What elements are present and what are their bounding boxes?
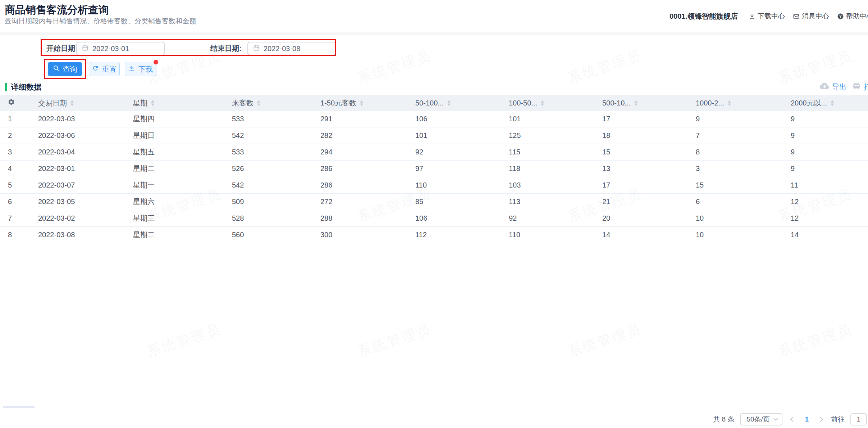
end-date-input[interactable] xyxy=(247,42,336,55)
print-button[interactable]: 打印 xyxy=(864,82,868,92)
goto-page-input[interactable] xyxy=(850,413,867,425)
data-cell: 17 xyxy=(597,115,690,123)
column-header[interactable]: 星期▲▼ xyxy=(127,98,226,108)
download-icon xyxy=(128,65,135,73)
table-row[interactable]: 72022-03-02星期三52828810692201012 xyxy=(0,210,868,227)
sort-carets-icon[interactable]: ▲▼ xyxy=(70,100,74,106)
row-index-cell: 5 xyxy=(0,181,32,189)
column-label: 来客数 xyxy=(232,98,253,108)
column-settings-button[interactable] xyxy=(0,98,32,108)
data-cell: 2022-03-06 xyxy=(32,131,127,140)
svg-text:?: ? xyxy=(839,14,842,18)
data-cell: 9 xyxy=(785,165,868,173)
query-button[interactable]: 查询 xyxy=(48,62,82,76)
table-row[interactable]: 22022-03-06星期日5422821011251879 xyxy=(0,127,868,144)
table-row[interactable]: 32022-03-04星期五533294921151589 xyxy=(0,144,868,161)
start-date-input[interactable] xyxy=(76,42,165,55)
data-cell: 101 xyxy=(503,115,597,123)
row-index-cell: 1 xyxy=(0,115,32,123)
start-date-label: 开始日期: xyxy=(46,42,78,55)
column-header[interactable]: 来客数▲▼ xyxy=(226,98,315,108)
total-count: 共 8 条 xyxy=(713,415,734,424)
current-page[interactable]: 1 xyxy=(803,415,810,423)
data-cell: 星期二 xyxy=(127,164,226,174)
column-header[interactable]: 1000-2...▲▼ xyxy=(690,99,785,107)
column-header[interactable]: 2000元以...▲▼ xyxy=(785,98,868,108)
data-cell: 300 xyxy=(315,231,410,239)
data-cell: 291 xyxy=(315,115,410,123)
data-cell: 8 xyxy=(690,148,785,156)
table-body: 12022-03-03星期四533291106101179922022-03-0… xyxy=(0,111,868,243)
export-button[interactable]: 导出 xyxy=(832,82,846,92)
table-row[interactable]: 62022-03-05星期六5092728511321612 xyxy=(0,194,868,210)
nav-download-center[interactable]: 下载中心 xyxy=(749,12,785,21)
nav-message-center[interactable]: 消息中心 xyxy=(793,12,829,21)
horizontal-scrollbar-thumb[interactable] xyxy=(3,406,35,408)
store-name: 0001.领锋智能旗舰店 xyxy=(670,12,738,21)
data-cell: 92 xyxy=(410,148,503,156)
header-divider xyxy=(0,32,868,35)
nav-help-center[interactable]: ? 帮助中心 xyxy=(837,12,868,21)
data-cell: 101 xyxy=(410,131,503,140)
sort-carets-icon[interactable]: ▲▼ xyxy=(830,100,834,106)
sort-carets-icon[interactable]: ▲▼ xyxy=(447,100,451,106)
data-cell: 12 xyxy=(785,214,868,222)
table-row[interactable]: 42022-03-01星期二526286971181339 xyxy=(0,161,868,177)
watermark-text: 系统管理员 xyxy=(776,46,855,87)
data-cell: 3 xyxy=(690,165,785,173)
printer-icon[interactable] xyxy=(852,82,861,92)
data-cell: 9 xyxy=(785,115,868,123)
table-row[interactable]: 82022-03-08星期二560300112110141014 xyxy=(0,227,868,243)
data-cell: 2022-03-03 xyxy=(32,115,127,123)
data-cell: 2022-03-05 xyxy=(32,198,127,206)
column-header[interactable]: 100-50...▲▼ xyxy=(503,99,597,107)
reset-button-label: 重置 xyxy=(102,64,117,74)
sort-carets-icon[interactable]: ▲▼ xyxy=(151,100,155,106)
sort-carets-icon[interactable]: ▲▼ xyxy=(257,100,261,106)
prev-page-button[interactable] xyxy=(788,415,798,424)
sort-carets-icon[interactable]: ▲▼ xyxy=(540,100,544,106)
data-cell: 12 xyxy=(785,198,868,206)
section-accent-bar xyxy=(5,83,7,91)
page-size-value: 50条/页 xyxy=(746,415,769,424)
data-cell: 9 xyxy=(785,131,868,140)
data-table: 交易日期▲▼星期▲▼来客数▲▼1-50元客数▲▼50-100...▲▼100-5… xyxy=(0,95,868,243)
data-cell: 星期二 xyxy=(127,230,226,240)
sort-carets-icon[interactable]: ▲▼ xyxy=(634,100,638,106)
data-cell: 125 xyxy=(503,131,597,140)
next-page-button[interactable] xyxy=(816,415,825,424)
query-button-label: 查询 xyxy=(63,64,77,74)
table-row[interactable]: 52022-03-07星期一542286110103171511 xyxy=(0,177,868,194)
reset-button[interactable]: 重置 xyxy=(89,62,120,76)
download-button[interactable]: 下载 xyxy=(125,62,156,76)
table-row[interactable]: 12022-03-03星期四5332911061011799 xyxy=(0,111,868,127)
column-header[interactable]: 50-100...▲▼ xyxy=(410,99,503,107)
data-cell: 106 xyxy=(410,214,503,222)
goto-label: 前往 xyxy=(831,415,845,424)
column-header[interactable]: 交易日期▲▼ xyxy=(32,98,127,108)
cloud-download-icon[interactable] xyxy=(820,82,829,91)
download-button-label: 下载 xyxy=(138,64,153,74)
help-icon: ? xyxy=(837,13,844,20)
nav-help-label: 帮助中心 xyxy=(846,12,868,21)
data-cell: 118 xyxy=(503,165,597,173)
sort-carets-icon[interactable]: ▲▼ xyxy=(360,100,364,106)
data-cell: 526 xyxy=(226,165,315,173)
page-title: 商品销售客流分析查询 xyxy=(5,3,109,17)
calendar-icon xyxy=(253,44,260,53)
start-date-value[interactable] xyxy=(92,45,154,53)
page-size-select[interactable]: 50条/页 xyxy=(740,413,782,425)
row-index-cell: 4 xyxy=(0,165,32,173)
data-cell: 10 xyxy=(690,231,785,239)
page-subtitle: 查询日期段内每日销售情况、价格带客数、分类销售客数和金额 xyxy=(5,17,196,26)
column-label: 交易日期 xyxy=(38,98,67,108)
data-cell: 113 xyxy=(503,198,597,206)
table-header-row: 交易日期▲▼星期▲▼来客数▲▼1-50元客数▲▼50-100...▲▼100-5… xyxy=(0,95,868,111)
data-cell: 115 xyxy=(503,148,597,156)
watermark-text: 系统管理员 xyxy=(565,320,644,361)
column-header[interactable]: 1-50元客数▲▼ xyxy=(315,98,410,108)
sort-carets-icon[interactable]: ▲▼ xyxy=(727,100,731,106)
top-header: 商品销售客流分析查询 查询日期段内每日销售情况、价格带客数、分类销售客数和金额 … xyxy=(0,0,868,32)
column-header[interactable]: 500-10...▲▼ xyxy=(597,99,690,107)
end-date-value[interactable] xyxy=(264,45,325,53)
